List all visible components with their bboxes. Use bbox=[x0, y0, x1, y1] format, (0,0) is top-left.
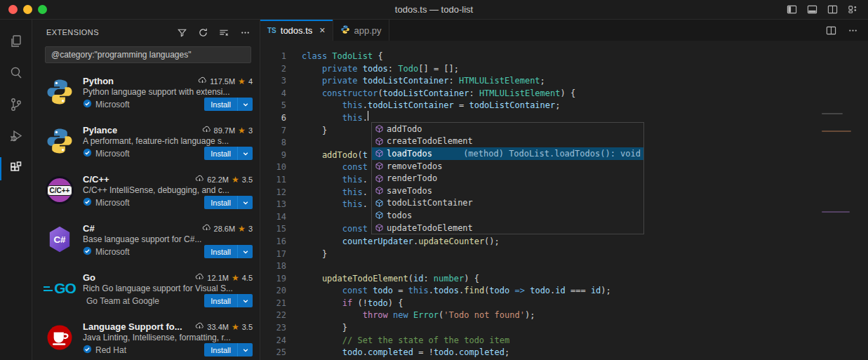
activity-run-debug[interactable] bbox=[0, 121, 32, 153]
code-line[interactable]: 18 bbox=[260, 260, 868, 273]
code-line[interactable]: 24 // Set the state of the todo item bbox=[260, 335, 868, 347]
tab-label: todos.ts bbox=[281, 25, 313, 36]
typescript-file-icon: TS bbox=[267, 27, 276, 34]
files-icon bbox=[8, 33, 25, 53]
refresh-icon[interactable] bbox=[196, 26, 209, 39]
install-dropdown-button[interactable] bbox=[237, 294, 253, 307]
extension-list-item[interactable]: GO Go 12.1M ★ 4.5 Rich Go language suppo… bbox=[32, 265, 260, 314]
method-icon bbox=[373, 223, 385, 232]
window-controls bbox=[0, 5, 47, 14]
activity-search[interactable] bbox=[0, 58, 32, 90]
code-line[interactable]: 5 this.todoListContainer = todoListConta… bbox=[260, 100, 868, 112]
install-button[interactable]: Install bbox=[204, 245, 237, 258]
clear-search-results-icon[interactable] bbox=[218, 26, 230, 39]
toggle-secondary-sidebar-icon[interactable] bbox=[827, 4, 838, 15]
code-line[interactable]: 21 if (!todo) { bbox=[260, 298, 868, 310]
extension-description: Rich Go language support for Visual S... bbox=[83, 284, 253, 293]
suggest-item[interactable]: todos bbox=[372, 209, 643, 222]
suggest-item[interactable]: removeTodos bbox=[372, 160, 643, 173]
toggle-panel-icon[interactable] bbox=[807, 4, 817, 15]
extension-list-item[interactable]: Language Support fo... 33.4M ★ 3.5 Java … bbox=[32, 314, 260, 360]
verified-publisher-icon bbox=[83, 345, 92, 356]
line-number: 25 bbox=[260, 347, 286, 359]
redhat-java-logo bbox=[45, 323, 74, 352]
extensions-search-input[interactable] bbox=[46, 50, 251, 60]
toggle-primary-sidebar-icon[interactable] bbox=[787, 4, 797, 15]
split-editor-icon[interactable] bbox=[826, 25, 836, 36]
code-line[interactable]: 3 private todoListContainer: HTMLUListEl… bbox=[260, 75, 868, 88]
close-window-button[interactable] bbox=[8, 5, 18, 14]
more-actions-icon[interactable] bbox=[848, 25, 858, 36]
editor-body[interactable]: 1class TodoList {2 private todos: Todo[]… bbox=[260, 41, 868, 360]
activity-extensions[interactable] bbox=[0, 153, 32, 185]
minimize-window-button[interactable] bbox=[23, 5, 32, 14]
search-icon bbox=[8, 65, 25, 84]
download-count-icon bbox=[195, 174, 204, 185]
extension-list-item[interactable]: C/C++ C/C++ 62.2M ★ 3.5 C/C++ IntelliSen… bbox=[32, 167, 260, 216]
star-icon: ★ bbox=[232, 175, 239, 185]
window-title: todos.ts — todo-list bbox=[0, 4, 868, 15]
rating-value: 3 bbox=[248, 225, 253, 233]
tab-todos-ts[interactable]: TS todos.ts × bbox=[260, 20, 333, 41]
code-line[interactable]: 20 const todo = this.todos.find(todo => … bbox=[260, 285, 868, 298]
code-line[interactable]: 17 } bbox=[260, 248, 868, 261]
download-count-icon bbox=[202, 125, 211, 135]
minimap[interactable] bbox=[803, 41, 868, 360]
extension-list-item[interactable]: Python 117.5M ★ 4 Python language suppor… bbox=[32, 69, 260, 118]
line-number: 22 bbox=[260, 309, 286, 322]
code-line[interactable]: 4 constructor(todoListContainer: HTMLULi… bbox=[260, 88, 868, 100]
code-line[interactable]: 25 todo.completed = !todo.completed; bbox=[260, 347, 868, 359]
star-icon: ★ bbox=[232, 322, 239, 332]
install-button[interactable]: Install bbox=[204, 196, 237, 209]
line-number: 14 bbox=[260, 211, 286, 224]
activity-source-control[interactable] bbox=[0, 90, 32, 121]
line-number: 12 bbox=[260, 187, 286, 199]
close-tab-icon[interactable]: × bbox=[319, 25, 325, 36]
activity-explorer[interactable] bbox=[0, 27, 32, 58]
suggest-item[interactable]: loadTodos(method) TodoList.loadTodos(): … bbox=[372, 147, 643, 160]
install-button[interactable]: Install bbox=[204, 98, 237, 111]
maximize-window-button[interactable] bbox=[38, 5, 47, 14]
tab-bar: TS todos.ts × app.py bbox=[260, 20, 868, 41]
customize-layout-icon[interactable] bbox=[848, 4, 858, 15]
code-line[interactable]: 19 updateTodoElement(id: number) { bbox=[260, 273, 868, 286]
code-line[interactable]: 23 } bbox=[260, 322, 868, 335]
install-dropdown-button[interactable] bbox=[237, 245, 253, 258]
code-line[interactable]: 22 throw new Error('Todo not found'); bbox=[260, 309, 868, 322]
line-number: 1 bbox=[260, 51, 286, 63]
suggest-label: loadTodos bbox=[387, 149, 432, 159]
code-line[interactable]: 16 counterUpdater.updateCounter(); bbox=[260, 236, 868, 248]
suggest-item[interactable]: updateTodoElement bbox=[372, 222, 643, 234]
suggest-item[interactable]: todoListContainer bbox=[372, 197, 643, 210]
suggest-detail: (method) TodoList.loadTodos(): void bbox=[463, 149, 641, 159]
method-icon bbox=[373, 186, 385, 195]
code-line[interactable]: 2 private todos: Todo[] = []; bbox=[260, 63, 868, 76]
install-button[interactable]: Install bbox=[204, 147, 237, 160]
line-number: 6 bbox=[260, 112, 286, 125]
install-button[interactable]: Install bbox=[204, 343, 237, 356]
suggest-item[interactable]: addTodo bbox=[372, 123, 643, 135]
code-line[interactable]: 1class TodoList { bbox=[260, 51, 868, 63]
extension-list-item[interactable]: C# C# 28.6M ★ 3 Base language support fo… bbox=[32, 216, 260, 265]
more-actions-icon[interactable] bbox=[239, 26, 251, 39]
install-dropdown-button[interactable] bbox=[237, 98, 253, 111]
suggest-label: createTodoElement bbox=[387, 136, 473, 146]
line-number: 7 bbox=[260, 125, 286, 138]
suggest-item[interactable]: saveTodos bbox=[372, 185, 643, 197]
download-count: 62.2M bbox=[207, 175, 229, 184]
suggest-item[interactable]: createTodoElement bbox=[372, 135, 643, 148]
install-dropdown-button[interactable] bbox=[237, 196, 253, 209]
layout-controls bbox=[787, 4, 868, 15]
method-icon bbox=[373, 137, 385, 146]
line-number: 15 bbox=[260, 223, 286, 236]
install-dropdown-button[interactable] bbox=[237, 147, 253, 160]
install-dropdown-button[interactable] bbox=[237, 343, 253, 356]
extension-description: Python language support with extensi... bbox=[83, 87, 253, 97]
install-button[interactable]: Install bbox=[204, 294, 237, 307]
suggest-item[interactable]: renderTodo bbox=[372, 172, 643, 185]
filter-icon[interactable] bbox=[175, 26, 188, 39]
method-icon bbox=[373, 149, 385, 158]
tab-app-py[interactable]: app.py bbox=[333, 20, 389, 41]
extension-list-item[interactable]: Pylance 89.7M ★ 3 A performant, feature-… bbox=[32, 118, 260, 167]
sidebar-header: EXTENSIONS bbox=[32, 20, 260, 45]
